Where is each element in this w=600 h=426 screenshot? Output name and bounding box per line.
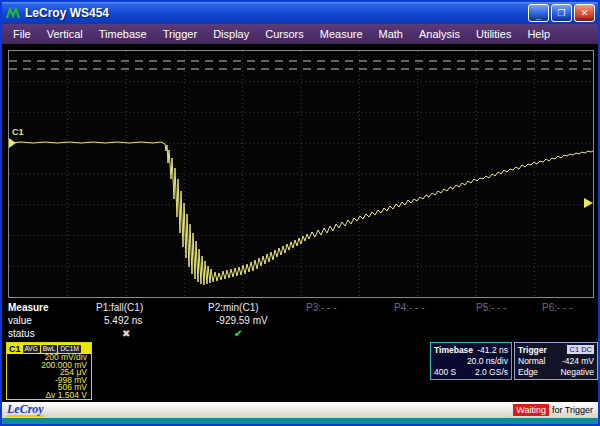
timebase-samples: 400 S (434, 367, 456, 377)
trigger-status: Waiting for Trigger (513, 404, 593, 416)
menu-help[interactable]: Help (519, 25, 558, 43)
trigger-status-rest: for Trigger (552, 405, 593, 415)
menu-math[interactable]: Math (371, 25, 411, 43)
menu-measure[interactable]: Measure (312, 25, 371, 43)
status-valid-icon: ✔ (208, 328, 306, 341)
measure-table: MeasureP1:fall(C1)P2:min(C1)P3:- - -P4:-… (8, 302, 592, 341)
param-status-p3 (306, 328, 394, 341)
param-status-p6 (542, 328, 592, 341)
lecroy-wordmark: LeCroy (7, 403, 44, 417)
lecroy-logo-icon (5, 6, 21, 20)
trigger-type: Edge (518, 367, 538, 377)
menubar: FileVerticalTimebaseTriggerDisplayCursor… (2, 24, 598, 44)
menu-analysis[interactable]: Analysis (411, 25, 468, 43)
menu-timebase[interactable]: Timebase (91, 25, 155, 43)
status-invalid-icon: ✖ (96, 328, 208, 341)
cursor-delta: Δv 1.504 V (7, 392, 91, 400)
trigger-title: Trigger (518, 345, 547, 355)
timebase-rate: 2.0 GS/s (475, 367, 508, 377)
channel-badge-avg: AVG (23, 345, 40, 353)
trigger-mode: Normal (518, 356, 545, 366)
param-value-p1: 5.492 ns (96, 315, 208, 328)
param-status-p5 (476, 328, 542, 341)
titlebar[interactable]: LeCroy WS454 _ ❐ ✕ (2, 2, 598, 24)
channel-name: C1 (9, 344, 21, 354)
graticule (9, 51, 593, 297)
menu-display[interactable]: Display (205, 25, 257, 43)
param-label-p5: P5:- - - (476, 302, 542, 315)
timebase-offset: -41.2 ns (477, 345, 508, 355)
scope-window: LeCroy WS454 _ ❐ ✕ FileVerticalTimebaseT… (0, 0, 600, 426)
scope-display-area: C1 MeasureP1:fall(C1)P2:min(C1)P3:- - -P… (2, 44, 598, 402)
bottom-strip (2, 418, 598, 424)
param-label-p6: P6:- - - (542, 302, 592, 315)
channel-descriptor-box[interactable]: C1 AVGBwLDC1M 200 mV/div 200.000 mV 254 … (6, 342, 92, 400)
waveform-grid[interactable]: C1 (8, 50, 594, 298)
timebase-descriptor-box[interactable]: Timebase -41.2 ns 20.0 ns/div 400 S 2.0 … (430, 342, 512, 380)
menu-utilities[interactable]: Utilities (468, 25, 519, 43)
param-label-p4: P4:- - - (394, 302, 476, 315)
trigger-descriptor-box[interactable]: Trigger C1 DC Normal -424 mV Edge Negati… (514, 342, 598, 380)
trigger-status-waiting: Waiting (513, 404, 549, 416)
close-button[interactable]: ✕ (574, 4, 595, 22)
channel-label: C1 (12, 127, 24, 137)
param-status-p4 (394, 328, 476, 341)
trigger-slope: Negative (560, 367, 594, 377)
param-value-p5 (476, 315, 542, 328)
trigger-level-marker-icon[interactable] (584, 198, 593, 208)
trigger-level: -424 mV (562, 356, 594, 366)
maximize-button[interactable]: ❐ (551, 4, 572, 22)
measure-row-label: Measure (8, 302, 96, 315)
param-value-p2: -929.59 mV (208, 315, 306, 328)
param-value-p4 (394, 315, 476, 328)
minimize-button[interactable]: _ (528, 4, 549, 22)
param-label-p1: P1:fall(C1) (96, 302, 208, 315)
param-value-p6 (542, 315, 592, 328)
status-row-label: status (8, 328, 96, 341)
menu-vertical[interactable]: Vertical (39, 25, 91, 43)
menu-file[interactable]: File (5, 25, 39, 43)
param-label-p3: P3:- - - (306, 302, 394, 315)
status-bar: LeCroy Waiting for Trigger (2, 402, 598, 418)
timebase-scale: 20.0 ns/div (467, 356, 508, 366)
trigger-source-badge: C1 DC (567, 345, 594, 354)
menu-cursors[interactable]: Cursors (257, 25, 312, 43)
menu-trigger[interactable]: Trigger (155, 25, 205, 43)
timebase-title: Timebase (434, 345, 473, 355)
param-value-p3 (306, 315, 394, 328)
param-label-p2: P2:min(C1) (208, 302, 306, 315)
value-row-label: value (8, 315, 96, 328)
window-title: LeCroy WS454 (25, 6, 524, 20)
